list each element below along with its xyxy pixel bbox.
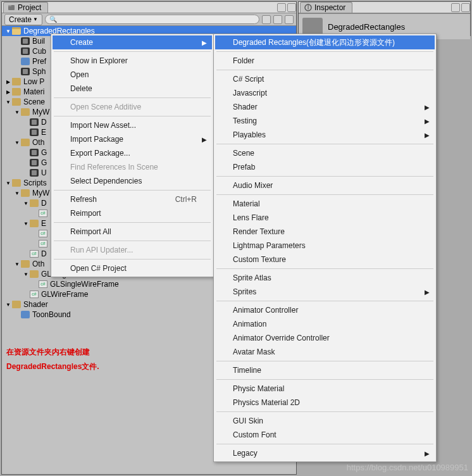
menu-item[interactable]: C# Script — [215, 72, 435, 86]
menu-item[interactable]: Animator Controller — [215, 303, 435, 317]
foldout-icon[interactable]: ▼ — [14, 109, 20, 115]
menu-item[interactable]: Physic Material — [215, 382, 435, 396]
menu-item[interactable]: Physics Material 2D — [215, 396, 435, 410]
foldout-icon[interactable] — [23, 149, 29, 156]
menu-item[interactable]: Custom Font — [215, 428, 435, 442]
menu-item[interactable]: Import New Asset... — [53, 118, 212, 132]
menu-item: Open Scene Additive — [53, 100, 212, 114]
menu-item[interactable]: Animation — [215, 317, 435, 331]
menu-item[interactable]: Timeline — [215, 363, 435, 377]
create-dropdown[interactable]: Create ▼ — [4, 14, 42, 25]
folder-icon — [12, 98, 21, 106]
menu-item[interactable]: Reimport All — [53, 225, 212, 239]
foldout-icon[interactable]: ▶ — [5, 89, 11, 95]
tree-label: Oth — [32, 260, 44, 268]
foldout-icon[interactable]: ▼ — [23, 271, 29, 277]
foldout-icon[interactable]: ▼ — [5, 301, 11, 308]
panel-menu-icon[interactable] — [287, 3, 296, 12]
menu-item[interactable]: Open — [53, 68, 212, 82]
foldout-icon[interactable]: ▼ — [14, 261, 20, 267]
foldout-icon[interactable] — [32, 210, 38, 216]
lock-icon[interactable] — [277, 3, 286, 12]
menu-item[interactable]: Degraded Rectangles(创建退化四边形资源文件) — [215, 35, 435, 49]
menu-separator — [216, 70, 433, 70]
menu-separator — [216, 144, 433, 144]
menu-item[interactable]: Export Package... — [53, 146, 212, 160]
unity-icon — [30, 159, 39, 166]
menu-item[interactable]: Sprites▶ — [215, 285, 435, 299]
shader-icon — [21, 58, 30, 65]
menu-item[interactable]: Shader▶ — [215, 100, 435, 114]
menu-item[interactable]: Playables▶ — [215, 128, 435, 142]
filter-star-icon[interactable] — [262, 15, 271, 24]
foldout-icon[interactable] — [23, 170, 29, 176]
foldout-icon[interactable]: ▼ — [23, 200, 29, 206]
filter-label-icon[interactable] — [285, 15, 294, 24]
menu-item[interactable]: Javascript — [215, 86, 435, 100]
foldout-icon[interactable] — [23, 160, 29, 166]
lock-icon[interactable] — [451, 3, 460, 12]
foldout-icon[interactable] — [14, 68, 20, 75]
foldout-icon[interactable]: ▼ — [5, 180, 11, 186]
menu-item[interactable]: Render Texture — [215, 225, 435, 239]
menu-item[interactable]: Legacy▶ — [215, 446, 435, 460]
menu-item[interactable]: Folder — [215, 54, 435, 68]
foldout-icon[interactable]: ▼ — [5, 28, 11, 34]
create-label: Create — [9, 15, 32, 24]
menu-item[interactable]: Prefab — [215, 160, 435, 174]
menu-item[interactable]: Testing▶ — [215, 114, 435, 128]
menu-item[interactable]: Audio Mixer — [215, 178, 435, 192]
menu-item[interactable]: Delete — [53, 82, 212, 96]
foldout-icon[interactable] — [14, 58, 20, 65]
foldout-icon[interactable] — [32, 230, 38, 237]
tree-label: MyW — [32, 108, 49, 116]
inspector-tab[interactable]: i Inspector — [300, 2, 352, 13]
menu-separator — [54, 259, 211, 260]
foldout-icon[interactable] — [14, 48, 20, 54]
foldout-icon[interactable] — [32, 241, 38, 247]
menu-item[interactable]: Create▶ — [53, 35, 212, 49]
chevron-right-icon: ▶ — [425, 132, 430, 139]
foldout-icon[interactable] — [32, 281, 38, 287]
menu-item[interactable]: Animator Override Controller — [215, 331, 435, 345]
foldout-icon[interactable]: ▼ — [14, 190, 20, 196]
foldout-icon[interactable]: ▼ — [5, 99, 11, 105]
menu-item[interactable]: Avatar Mask — [215, 345, 435, 359]
menu-item[interactable]: Open C# Project — [53, 261, 212, 275]
menu-item[interactable]: Select Dependencies — [53, 174, 212, 188]
foldout-icon[interactable]: ▼ — [23, 220, 29, 227]
menu-item[interactable]: Lens Flare — [215, 211, 435, 225]
folder-icon — [12, 78, 21, 85]
menu-item[interactable]: RefreshCtrl+R — [53, 192, 212, 206]
filter-type-icon[interactable] — [273, 15, 282, 24]
foldout-icon[interactable] — [14, 38, 20, 44]
menu-item[interactable]: Scene — [215, 146, 435, 160]
menu-item[interactable]: Custom Texture — [215, 253, 435, 266]
chevron-right-icon: ▶ — [425, 289, 430, 296]
tree-label: Buil — [32, 37, 45, 46]
menu-item[interactable]: Lightmap Parameters — [215, 239, 435, 253]
unity-icon — [30, 128, 39, 136]
menu-item[interactable]: Material — [215, 197, 435, 211]
foldout-icon[interactable] — [23, 251, 29, 257]
menu-item[interactable]: Sprite Atlas — [215, 271, 435, 285]
tree-label: D — [41, 199, 47, 208]
menu-item[interactable]: Reimport — [53, 206, 212, 220]
inspector-title: DegradedRectangles — [328, 22, 405, 32]
tree-label: D — [41, 118, 47, 127]
foldout-icon[interactable] — [23, 129, 29, 135]
foldout-icon[interactable] — [23, 291, 29, 298]
foldout-icon[interactable]: ▶ — [5, 78, 11, 85]
menu-item[interactable]: GUI Skin — [215, 414, 435, 428]
menu-item[interactable]: Show in Explorer — [53, 54, 212, 68]
menu-item-label: Prefab — [233, 163, 255, 172]
panel-menu-icon[interactable] — [461, 3, 470, 12]
foldout-icon[interactable]: ▼ — [14, 139, 20, 146]
foldout-icon[interactable] — [14, 311, 20, 318]
menu-item[interactable]: Import Package▶ — [53, 132, 212, 146]
project-tab[interactable]: Project — [3, 2, 48, 13]
tree-label: Oth — [32, 138, 44, 147]
tree-label: ToonBound — [32, 310, 71, 319]
search-input[interactable]: 🔍 — [45, 15, 259, 24]
foldout-icon[interactable] — [23, 119, 29, 125]
